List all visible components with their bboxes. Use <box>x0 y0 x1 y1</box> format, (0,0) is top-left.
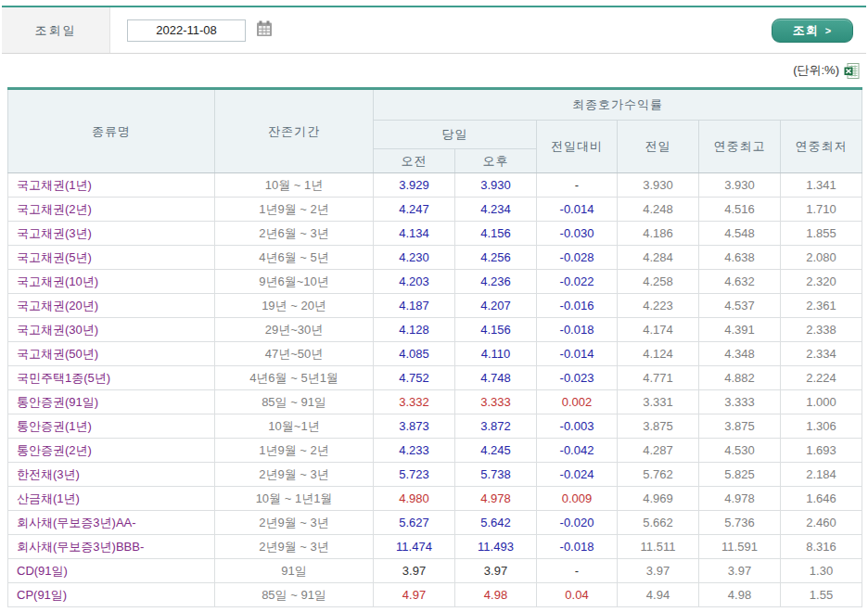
table-row: 국고채권(20년) 19년 ~ 20년 4.187 4.207 -0.016 4… <box>8 294 862 318</box>
yield-prev-day: 4.124 <box>618 342 699 366</box>
change-vs-prev: -0.023 <box>537 366 618 390</box>
remaining-period: 47년~50년 <box>215 342 374 366</box>
yield-prev-day: 3.875 <box>618 414 699 439</box>
yield-am: 4.187 <box>374 294 455 318</box>
col-header-prev-day: 전일 <box>618 121 699 173</box>
table-row: 국민주택1종(5년) 4년6월 ~ 5년1월 4.752 4.748 -0.02… <box>8 366 862 390</box>
bond-name: CP(91일) <box>8 583 215 607</box>
bond-name: 국고채권(10년) <box>8 270 215 294</box>
yield-pm: 4.98 <box>455 583 537 607</box>
yield-pm: 4.245 <box>455 439 537 463</box>
yield-pm: 3.930 <box>455 173 537 198</box>
yield-prev-day: 5.662 <box>618 511 699 535</box>
bond-name: CD(91일) <box>8 559 215 583</box>
year-low: 1.710 <box>781 198 862 222</box>
year-low: 1.855 <box>781 222 862 246</box>
yield-am: 4.203 <box>374 270 455 294</box>
year-low: 8.316 <box>781 535 862 559</box>
table-row: 국고채권(10년) 9년6월~10년 4.203 4.236 -0.022 4.… <box>8 270 862 294</box>
year-low: 1.646 <box>781 487 862 511</box>
yield-prev-day: 4.94 <box>618 583 699 607</box>
yield-prev-day: 4.223 <box>618 294 699 318</box>
yield-pm: 4.978 <box>455 487 537 511</box>
year-high: 11.591 <box>699 535 781 559</box>
bond-name: 통안증권(2년) <box>8 439 215 463</box>
yield-pm: 4.110 <box>455 342 537 366</box>
calendar-button[interactable] <box>256 20 273 40</box>
yield-am: 4.97 <box>374 583 455 607</box>
yield-pm: 4.748 <box>455 366 537 390</box>
year-low: 1.55 <box>781 583 862 607</box>
yield-prev-day: 4.248 <box>618 198 699 222</box>
bond-name: 국고채권(5년) <box>8 246 215 270</box>
year-high: 4.882 <box>699 366 781 390</box>
search-bar: 조회일 조회 > <box>2 6 866 54</box>
remaining-period: 2년9월 ~ 3년 <box>215 535 374 559</box>
remaining-period: 1년9월 ~ 2년 <box>215 439 374 463</box>
yield-prev-day: 4.186 <box>618 222 699 246</box>
table-row: 통안증권(91일) 85일 ~ 91일 3.332 3.333 0.002 3.… <box>8 390 862 414</box>
yield-pm: 4.234 <box>455 198 537 222</box>
year-high: 4.391 <box>699 318 781 342</box>
year-high: 3.930 <box>699 173 781 198</box>
yield-prev-day: 4.771 <box>618 366 699 390</box>
remaining-period: 4년6월 ~ 5년 <box>215 246 374 270</box>
bond-name: 국고채권(20년) <box>8 294 215 318</box>
bond-name: 국민주택1종(5년) <box>8 366 215 390</box>
change-vs-prev: -0.018 <box>537 318 618 342</box>
yield-pm: 4.156 <box>455 318 537 342</box>
yield-am: 3.873 <box>374 414 455 439</box>
date-input[interactable] <box>127 19 246 42</box>
remaining-period: 2년6월 ~ 3년 <box>215 222 374 246</box>
year-high: 5.825 <box>699 463 781 487</box>
yield-pm: 11.493 <box>455 535 537 559</box>
change-vs-prev: 0.009 <box>537 487 618 511</box>
excel-icon[interactable] <box>844 63 860 79</box>
year-low: 2.320 <box>781 270 862 294</box>
year-high: 4.98 <box>699 583 781 607</box>
table-row: 국고채권(5년) 4년6월 ~ 5년 4.230 4.256 -0.028 4.… <box>8 246 862 270</box>
yield-prev-day: 4.969 <box>618 487 699 511</box>
bond-name: 산금채(1년) <box>8 487 215 511</box>
yield-pm: 3.872 <box>455 414 537 439</box>
remaining-period: 2년9월 ~ 3년 <box>215 463 374 487</box>
yield-am: 4.980 <box>374 487 455 511</box>
year-low: 1.693 <box>781 439 862 463</box>
change-vs-prev: -0.014 <box>537 342 618 366</box>
year-low: 2.184 <box>781 463 862 487</box>
bond-name: 국고채권(2년) <box>8 198 215 222</box>
year-high: 4.638 <box>699 246 781 270</box>
date-label: 조회일 <box>2 7 110 53</box>
remaining-period: 9년6월~10년 <box>215 270 374 294</box>
table-row: 한전채(3년) 2년9월 ~ 3년 5.723 5.738 -0.024 5.7… <box>8 463 862 487</box>
change-vs-prev: -0.014 <box>537 198 618 222</box>
change-vs-prev: 0.002 <box>537 390 618 414</box>
table-row: 국고채권(50년) 47년~50년 4.085 4.110 -0.014 4.1… <box>8 342 862 366</box>
year-high: 4.537 <box>699 294 781 318</box>
yield-pm: 3.97 <box>455 559 537 583</box>
year-high: 3.875 <box>699 414 781 439</box>
yield-am: 4.230 <box>374 246 455 270</box>
calendar-icon <box>256 20 273 40</box>
change-vs-prev: -0.030 <box>537 222 618 246</box>
yield-table: 종류명 잔존기간 최종호가수익률 당일 전일대비 전일 연중최고 연중최저 오전… <box>7 87 862 607</box>
year-low: 2.338 <box>781 318 862 342</box>
yield-prev-day: 4.287 <box>618 439 699 463</box>
yield-am: 4.085 <box>374 342 455 366</box>
remaining-period: 4년6월 ~ 5년1월 <box>215 366 374 390</box>
yield-am: 4.247 <box>374 198 455 222</box>
yield-prev-day: 4.284 <box>618 246 699 270</box>
yield-prev-day: 4.258 <box>618 270 699 294</box>
search-button[interactable]: 조회 > <box>772 19 853 43</box>
yield-pm: 4.256 <box>455 246 537 270</box>
change-vs-prev: -0.018 <box>537 535 618 559</box>
col-header-today: 당일 <box>374 121 537 149</box>
yield-prev-day: 5.762 <box>618 463 699 487</box>
search-button-label: 조회 <box>793 22 819 39</box>
remaining-period: 10월 ~ 1년 <box>215 173 374 198</box>
year-high: 3.333 <box>699 390 781 414</box>
change-vs-prev: -0.028 <box>537 246 618 270</box>
year-low: 2.080 <box>781 246 862 270</box>
bond-name: 통안증권(91일) <box>8 390 215 414</box>
table-row: 국고채권(1년) 10월 ~ 1년 3.929 3.930 - 3.930 3.… <box>8 173 862 198</box>
